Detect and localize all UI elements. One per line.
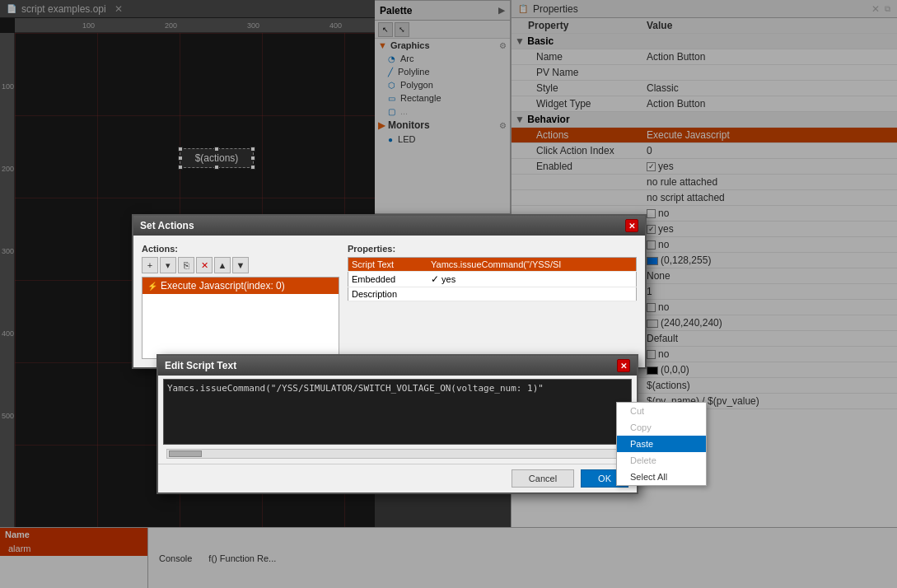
script-text-input[interactable]: Yamcs.issueCommand("/YSS/SIMULATOR/SWITC… (163, 379, 632, 445)
actions-prop-embedded: Embedded ✓ yes (348, 272, 637, 287)
cancel-button[interactable]: Cancel (512, 469, 574, 488)
edit-script-close-button[interactable]: ✕ (617, 359, 630, 372)
actions-list: ⚡ Execute Javascript(index: 0) (142, 277, 339, 359)
actions-scripttext-label: Script Text (348, 258, 428, 272)
context-menu-selectall[interactable]: Select All (617, 469, 706, 485)
add-action-button[interactable]: + (142, 257, 158, 273)
add-action-dropdown[interactable]: ▾ (160, 257, 176, 273)
actions-list-label: Actions: (142, 244, 339, 254)
context-menu-delete[interactable]: Delete (617, 452, 706, 469)
dialog-overlay: Set Actions ✕ Actions: + ▾ ⎘ ✕ ▲ ▼ ⚡ Exe (0, 0, 897, 588)
actions-prop-description: Description (348, 287, 637, 301)
actions-properties-table: Script Text Yamcs.issueCommand("/YSS/SI … (348, 257, 637, 301)
actions-list-item-0[interactable]: ⚡ Execute Javascript(index: 0) (142, 278, 339, 294)
action-item-icon: ⚡ (147, 282, 157, 291)
actions-description-value[interactable] (427, 287, 637, 301)
actions-embedded-label: Embedded (348, 272, 428, 287)
actions-list-panel: Actions: + ▾ ⎘ ✕ ▲ ▼ ⚡ Execute Javascrip… (142, 244, 339, 359)
set-actions-close-button[interactable]: ✕ (625, 219, 638, 232)
edit-script-footer: Cancel OK (158, 464, 637, 492)
actions-embedded-value: ✓ yes (427, 272, 637, 287)
context-menu-cut[interactable]: Cut (617, 403, 706, 419)
actions-scripttext-value[interactable]: Yamcs.issueCommand("/YSS/SI (427, 258, 637, 272)
set-actions-body: Actions: + ▾ ⎘ ✕ ▲ ▼ ⚡ Execute Javascrip… (133, 236, 645, 367)
move-down-button[interactable]: ▼ (232, 257, 249, 273)
actions-props-panel: Properties: Script Text Yamcs.issueComma… (348, 244, 637, 359)
edit-script-dialog: Edit Script Text ✕ Yamcs.issueCommand("/… (157, 354, 638, 494)
copy-action-button[interactable]: ⎘ (178, 257, 194, 273)
set-actions-dialog: Set Actions ✕ Actions: + ▾ ⎘ ✕ ▲ ▼ ⚡ Exe (132, 214, 647, 369)
delete-action-button[interactable]: ✕ (196, 257, 213, 273)
edit-script-title: Edit Script Text ✕ (158, 356, 637, 376)
context-menu-paste[interactable]: Paste (617, 436, 706, 452)
actions-description-label: Description (348, 287, 428, 301)
move-up-button[interactable]: ▲ (214, 257, 231, 273)
script-scrollbar-h[interactable] (166, 449, 628, 459)
set-actions-title-text: Set Actions (140, 220, 194, 231)
action-item-label: Execute Javascript(index: 0) (161, 280, 285, 292)
context-menu-copy[interactable]: Copy (617, 419, 706, 436)
actions-props-label: Properties: (348, 244, 637, 254)
actions-toolbar: + ▾ ⎘ ✕ ▲ ▼ (142, 257, 339, 273)
edit-script-title-text: Edit Script Text (165, 360, 236, 371)
actions-prop-scripttext[interactable]: Script Text Yamcs.issueCommand("/YSS/SI (348, 258, 637, 272)
set-actions-title: Set Actions ✕ (133, 216, 645, 236)
context-menu: Cut Copy Paste Delete Select All (616, 402, 707, 486)
embedded-check: ✓ (431, 273, 439, 285)
edit-script-body: Yamcs.issueCommand("/YSS/SIMULATOR/SWITC… (158, 376, 637, 464)
